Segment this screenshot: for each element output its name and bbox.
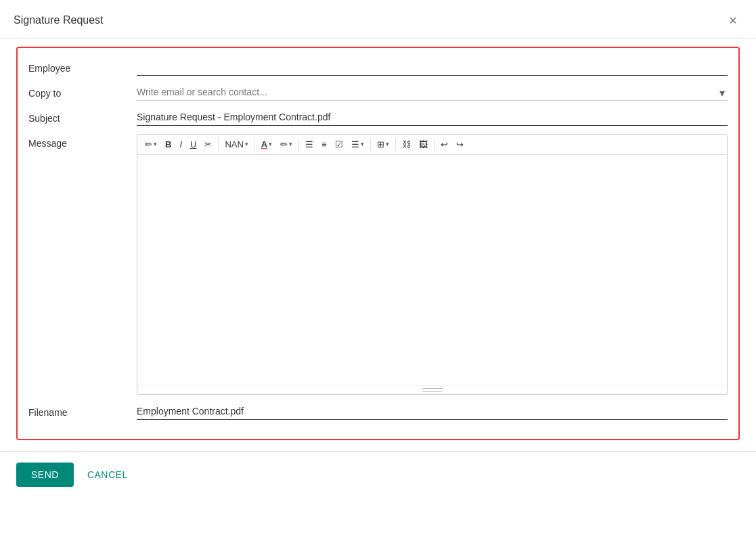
close-button[interactable]: × <box>724 11 742 30</box>
copy-to-input[interactable] <box>137 84 728 101</box>
align-icon: ☰ <box>351 140 359 149</box>
resize-handle[interactable] <box>137 385 727 394</box>
bold-icon: B <box>165 140 171 149</box>
employee-field <box>137 59 728 76</box>
send-button[interactable]: SEND <box>16 463 74 487</box>
message-editor: ✏ ▾ B I U <box>137 134 728 395</box>
dialog-title: Signature Request <box>14 14 104 26</box>
image-icon: 🖼 <box>419 140 428 149</box>
message-row: Message ✏ ▾ B I <box>28 134 728 395</box>
align-button[interactable]: ☰ ▾ <box>348 137 368 151</box>
link-button[interactable]: ⛓ <box>399 137 414 151</box>
font-color-caret: ▾ <box>269 141 272 147</box>
image-button[interactable]: 🖼 <box>416 137 431 151</box>
employee-label: Employee <box>28 59 137 74</box>
checklist-button[interactable]: ☑ <box>332 137 347 151</box>
undo-icon: ↩ <box>441 140 448 149</box>
employee-input[interactable] <box>137 59 728 76</box>
font-color-icon: A <box>261 140 267 149</box>
resize-line-1 <box>422 388 443 389</box>
subject-field <box>137 109 728 126</box>
subject-input[interactable] <box>137 109 728 126</box>
toolbar-sep-4 <box>370 139 371 151</box>
resize-line-2 <box>422 391 443 392</box>
underline-icon: U <box>190 140 196 149</box>
dialog-body: Employee Copy to ▾ Subject Message <box>0 39 756 448</box>
copy-to-row: Copy to ▾ <box>28 84 728 101</box>
filename-input[interactable] <box>137 403 728 420</box>
table-caret: ▾ <box>386 141 389 147</box>
pen-button[interactable]: ✏ ▾ <box>141 137 160 151</box>
message-content-area[interactable] <box>137 155 727 385</box>
highlight-caret: ▾ <box>289 141 292 147</box>
copy-to-wrapper: ▾ <box>137 84 728 101</box>
message-label: Message <box>28 134 137 149</box>
ul-icon: ☰ <box>305 140 313 149</box>
toolbar-sep-2 <box>254 139 255 151</box>
toolbar-sep-3 <box>298 139 299 151</box>
dialog-footer: SEND CANCEL <box>0 451 756 498</box>
employee-row: Employee <box>28 59 728 76</box>
subject-row: Subject <box>28 109 728 126</box>
form-container: Employee Copy to ▾ Subject Message <box>16 47 740 440</box>
subject-label: Subject <box>28 109 137 124</box>
undo-button[interactable]: ↩ <box>437 137 451 151</box>
table-icon: ⊞ <box>377 140 384 149</box>
highlight-button[interactable]: ✏ ▾ <box>277 137 296 151</box>
underline-button[interactable]: U <box>187 137 200 151</box>
eraser-icon: ✂ <box>204 140 212 149</box>
ul-button[interactable]: ☰ <box>302 137 317 151</box>
copy-to-label: Copy to <box>28 84 137 99</box>
toolbar-sep-5 <box>395 139 396 151</box>
align-caret: ▾ <box>361 141 364 147</box>
dialog-header: Signature Request × <box>0 0 756 39</box>
eraser-button[interactable]: ✂ <box>201 137 215 151</box>
filename-label: Filename <box>28 403 137 418</box>
message-toolbar: ✏ ▾ B I U <box>137 135 727 155</box>
link-icon: ⛓ <box>402 140 411 149</box>
italic-icon: I <box>179 140 182 149</box>
filename-field <box>137 403 728 420</box>
ol-icon: ≡ <box>321 140 327 149</box>
cancel-button[interactable]: CANCEL <box>82 463 133 487</box>
font-label: NAN <box>225 140 243 149</box>
redo-button[interactable]: ↪ <box>453 137 467 151</box>
copy-to-field: ▾ <box>137 84 728 101</box>
table-button[interactable]: ⊞ ▾ <box>374 137 393 151</box>
filename-row: Filename <box>28 403 728 420</box>
highlight-icon: ✏ <box>280 140 288 149</box>
toolbar-sep-1 <box>218 139 219 151</box>
pen-caret: ▾ <box>154 141 157 147</box>
font-button[interactable]: NAN ▾ <box>221 137 251 151</box>
redo-icon: ↪ <box>456 140 464 149</box>
ol-button[interactable]: ≡ <box>318 137 330 151</box>
font-caret: ▾ <box>245 141 248 147</box>
bold-button[interactable]: B <box>162 137 175 151</box>
resize-lines <box>422 388 443 392</box>
font-color-button[interactable]: A ▾ <box>258 137 275 151</box>
checklist-icon: ☑ <box>335 140 343 149</box>
pen-icon: ✏ <box>145 140 152 149</box>
toolbar-sep-6 <box>434 139 435 151</box>
italic-button[interactable]: I <box>176 137 185 151</box>
